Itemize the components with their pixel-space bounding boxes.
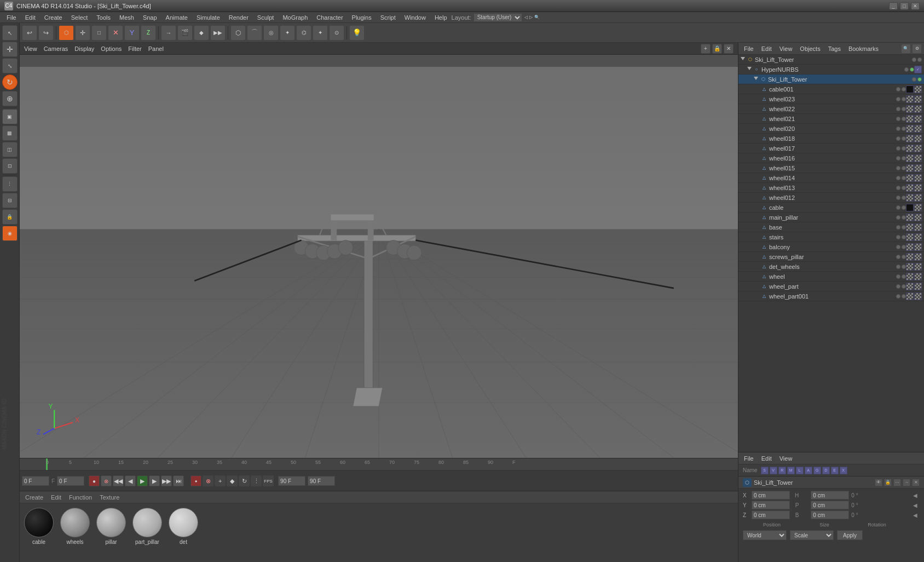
attr-icon-a[interactable]: A (805, 467, 812, 474)
mat-menu-create[interactable]: Create (22, 494, 47, 501)
vp-menu-filter[interactable]: Filter (128, 45, 141, 52)
auto-key-btn[interactable]: ● (190, 475, 201, 486)
spline-btn[interactable]: ⌒ (247, 25, 262, 41)
cube-btn[interactable]: ⬡ (230, 25, 246, 41)
anim-btn[interactable]: ▶▶ (210, 25, 226, 41)
active-object-btn[interactable]: ⬡ (59, 25, 74, 41)
dot-w023-2[interactable] (902, 97, 906, 101)
material-pillar[interactable]: pillar (96, 508, 126, 545)
obj-row-wheel015[interactable]: △ wheel015 (738, 163, 924, 173)
input-y-pos[interactable] (752, 501, 790, 509)
scale-tool[interactable]: ⤡ (2, 58, 18, 73)
film-btn[interactable]: 🎬 (177, 25, 193, 41)
material-det[interactable]: det (169, 508, 198, 545)
end-frame-input[interactable] (278, 476, 305, 486)
menu-character[interactable]: Character (312, 13, 347, 22)
menu-simulate[interactable]: Simulate (192, 13, 224, 22)
timeline-btn[interactable]: ⋮ (251, 475, 262, 486)
menu-help[interactable]: Help (430, 13, 452, 22)
timeline-ruler[interactable]: 0 5 10 15 20 25 30 35 40 45 50 55 60 65 (20, 458, 738, 471)
vp-menu-view[interactable]: View (24, 45, 37, 52)
attr-icon-lock2[interactable]: 🔒 (884, 479, 892, 486)
vp-menu-cameras[interactable]: Cameras (44, 45, 68, 52)
attr-icon-l[interactable]: L (796, 467, 804, 474)
rotate-tool[interactable]: ↻ (2, 74, 18, 90)
menu-render[interactable]: Render (224, 13, 253, 22)
transform-tool[interactable]: ⊕ (2, 91, 18, 106)
obj-row-balcony[interactable]: △ balcony (738, 242, 924, 252)
layout-btn1[interactable]: ◁ (524, 15, 528, 20)
vp-menu-display[interactable]: Display (74, 45, 94, 52)
play-btn[interactable]: ▶ (137, 475, 148, 486)
polygon-mode[interactable]: ▩ (2, 125, 18, 141)
mat-menu-texture[interactable]: Texture (96, 494, 123, 501)
om-menu-file[interactable]: File (741, 45, 757, 52)
last-frame-btn[interactable]: ⏭ (173, 475, 184, 486)
obj-tag-nurbs-1[interactable]: ✓ (914, 66, 922, 73)
add-key-btn[interactable]: + (215, 475, 226, 486)
om-menu-bookmarks[interactable]: Bookmarks (845, 45, 882, 52)
prev-frame-btn[interactable]: ◀ (125, 475, 136, 486)
obj-dot-nurbs-vis[interactable] (904, 67, 909, 72)
select-tool[interactable]: ↖ (2, 25, 18, 41)
obj-row-wheel023[interactable]: △ wheel023 (738, 94, 924, 104)
attr-icon-eye[interactable]: 👁 (875, 479, 882, 486)
om-menu-objects[interactable]: Objects (796, 45, 823, 52)
current-frame-input[interactable] (22, 476, 49, 486)
triangle-expand[interactable] (741, 57, 745, 62)
attr-menu-view[interactable]: View (776, 455, 796, 462)
help-btn[interactable]: ⊗ (203, 475, 213, 486)
dot-w022-2[interactable] (902, 107, 906, 111)
input-b-rot[interactable] (811, 511, 849, 519)
obj-row-cable[interactable]: △ cable (738, 203, 924, 213)
nurbs-btn[interactable]: ◎ (263, 25, 279, 41)
camera-btn[interactable]: ⌬ (296, 25, 311, 41)
obj-row-wheel018[interactable]: △ wheel018 (738, 134, 924, 144)
attr-icon-m[interactable]: M (787, 467, 795, 474)
menu-script[interactable]: Script (376, 13, 400, 22)
obj-dot-render[interactable] (917, 58, 922, 62)
scene-btn[interactable]: □ (91, 25, 107, 41)
mat-menu-function[interactable]: Function (66, 494, 95, 501)
om-search-btn[interactable]: 🔍 (901, 44, 911, 54)
arrow-btn[interactable]: → (161, 25, 176, 41)
om-menu-edit[interactable]: Edit (758, 45, 775, 52)
menu-plugins[interactable]: Plugins (348, 13, 376, 22)
obj-row-wheel017[interactable]: △ wheel017 (738, 144, 924, 153)
obj-row-ski-lift-tower[interactable]: ⬡ Ski_Lift_Tower (738, 74, 924, 84)
floor-tool[interactable]: ⊟ (2, 193, 18, 208)
next-frame-btn[interactable]: ▶ (149, 475, 160, 486)
obj-row-wheel016[interactable]: △ wheel016 (738, 153, 924, 163)
obj-row-det-wheels[interactable]: △ det_wheels (738, 262, 924, 272)
om-settings-btn[interactable]: ⚙ (912, 44, 922, 54)
obj-row-base[interactable]: △ base (738, 222, 924, 232)
obj-row-wheel014[interactable]: △ wheel014 (738, 173, 924, 183)
material-part-pillar[interactable]: part_pillar (132, 508, 162, 545)
keyframe-btn[interactable]: ◆ (194, 25, 209, 41)
menu-snap[interactable]: Snap (138, 13, 161, 22)
obj-dot-vis[interactable] (912, 58, 916, 62)
dot-w022-1[interactable] (896, 107, 900, 111)
deformer-btn[interactable]: ✦ (280, 25, 295, 41)
input-h-rot[interactable] (811, 491, 849, 500)
attr-icon-arr[interactable]: → (903, 479, 910, 486)
max-frame-input[interactable] (308, 476, 335, 486)
fps-btn[interactable]: FPS (263, 475, 274, 486)
attr-icon-x2[interactable]: ✕ (912, 479, 920, 486)
material-wheels[interactable]: wheels (60, 508, 90, 545)
new-scene-btn[interactable]: ✛ (75, 25, 90, 41)
tag-cable001-1[interactable] (906, 85, 914, 93)
menu-sculpt[interactable]: Sculpt (253, 13, 279, 22)
viewport-ctrl-expand[interactable]: + (701, 44, 711, 54)
lamp-btn[interactable]: 💡 (349, 25, 365, 41)
triangle-slt[interactable] (754, 77, 758, 82)
key-sel-btn[interactable]: ◆ (227, 475, 238, 486)
attr-menu-edit[interactable]: Edit (758, 455, 775, 462)
record-btn[interactable]: ● (89, 475, 100, 486)
input-z-pos[interactable] (752, 511, 790, 519)
obj-row-cable001[interactable]: △ cable001 (738, 84, 924, 94)
glasses-btn[interactable]: ⊙ (329, 25, 344, 41)
attr-icon-d[interactable]: D (822, 467, 830, 474)
obj-row-hypernurbs[interactable]: ○ HyperNURBS ✓ (738, 65, 924, 74)
attr-icon-v[interactable]: V (770, 467, 777, 474)
